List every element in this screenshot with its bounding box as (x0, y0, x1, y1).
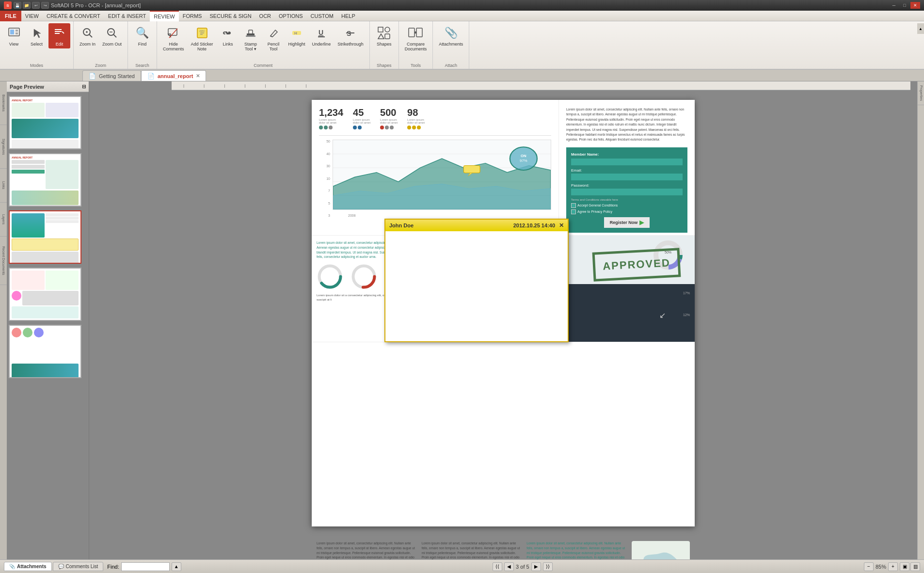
two-page-view-button[interactable]: ▥ (910, 562, 920, 571)
sidebar-recent-docs[interactable]: Recent Documents (0, 237, 7, 285)
page-thumb-5[interactable] (9, 325, 81, 378)
zoom-in-button[interactable]: Zoom In (77, 23, 98, 48)
page-thumb-2[interactable]: ANNUAL REPORT (9, 153, 81, 207)
form-accept-checkbox[interactable]: Accept General Conditions (571, 203, 683, 208)
svg-rect-3 (16, 32, 18, 34)
page-thumb-4[interactable] (9, 268, 81, 321)
zoom-level: 85% (876, 564, 886, 570)
view-button[interactable]: View (3, 23, 25, 48)
compare-documents-button[interactable]: CompareDocuments (402, 23, 430, 53)
svg-rect-6 (55, 33, 60, 34)
last-page-button[interactable]: ⟩⟩ (543, 562, 553, 571)
highlight-button[interactable]: H Highlight (286, 23, 308, 48)
view-icon (6, 25, 22, 41)
menu-edit[interactable]: EDIT & INSERT (104, 11, 150, 21)
form-panel: Member Name: Email: Password: Terms and … (566, 147, 687, 233)
main-layout: Bookmarks Signatures Links Layers Recent… (0, 81, 924, 559)
menu-create[interactable]: CREATE & CONVERT (43, 11, 104, 21)
status-left: 📎 Attachments 💬 Comments List Find: ▲ (4, 562, 181, 571)
svg-line-14 (113, 34, 116, 37)
maximize-button[interactable]: □ (900, 2, 909, 9)
underline-button[interactable]: U Underline (309, 23, 334, 48)
page-thumb-3[interactable] (9, 210, 81, 264)
form-privacy-checkbox[interactable]: Agree to Privacy Policy (571, 209, 683, 214)
select-label: Select (31, 42, 43, 47)
pencil-button[interactable]: PencilTool (263, 23, 285, 53)
tab-getting-started-icon: 📄 (89, 73, 96, 80)
right-vertical-sidebar: Properties (917, 81, 924, 559)
popup-body[interactable] (385, 231, 568, 239)
zoom-in-icon (80, 25, 96, 41)
menu-secure[interactable]: SECURE & SIGN (206, 11, 255, 21)
form-email-label: Email: (571, 168, 683, 173)
menu-ocr[interactable]: OCR (255, 11, 275, 21)
zoom-out-label: Zoom Out (102, 42, 122, 47)
zoom-in-small-button[interactable]: + (888, 562, 898, 571)
tab-getting-started[interactable]: 📄 Getting Started (82, 70, 141, 81)
menu-view[interactable]: VIEW (21, 11, 43, 21)
content-area[interactable]: | | | | | | | 1,234 Lorem i (89, 81, 917, 559)
form-member-input[interactable] (571, 159, 683, 165)
form-password-input[interactable] (571, 189, 683, 195)
next-page-button[interactable]: ▶ (531, 562, 541, 571)
ribbon-collapse-button[interactable]: ▲ (917, 23, 924, 34)
form-email-input[interactable] (571, 174, 683, 180)
menu-custom[interactable]: CUSTOM (307, 11, 337, 21)
shapes-group-label: Shapes (377, 62, 392, 68)
sidebar-links[interactable]: Links (0, 169, 7, 203)
zoom-out-button[interactable]: Zoom Out (99, 23, 125, 48)
menu-help[interactable]: HELP (337, 11, 359, 21)
menu-options[interactable]: OPTIONS (275, 11, 307, 21)
prev-page-button[interactable]: ◀ (504, 562, 514, 571)
svg-text:ABC: ABC (199, 30, 206, 32)
attach-label: Attach (445, 62, 457, 68)
hide-comments-button[interactable]: HideComments (160, 23, 187, 53)
attachments-tab[interactable]: 📎 Attachments (4, 562, 52, 571)
tab-annual-report[interactable]: 📄 annual_report ✕ (141, 70, 206, 81)
menu-review[interactable]: REVIEW (150, 11, 178, 21)
save-icon[interactable]: 💾 (14, 2, 21, 9)
find-prev-button[interactable]: ▲ (172, 562, 181, 571)
links-button[interactable]: Links (217, 23, 239, 48)
select-button[interactable]: Select (26, 23, 48, 48)
minimize-button[interactable]: ─ (889, 2, 899, 9)
single-page-view-button[interactable]: ▣ (900, 562, 909, 571)
first-page-button[interactable]: ⟨⟨ (493, 562, 502, 571)
comments-list-tab[interactable]: 💬 Comments List (53, 562, 104, 571)
popup-timestamp: 2012.10.25 14:40 (513, 223, 555, 228)
page-thumb-1[interactable]: ANNUAL REPORT (9, 96, 81, 149)
find-button[interactable]: 🔍 Find (131, 23, 153, 48)
svg-rect-34 (409, 28, 414, 37)
menu-forms[interactable]: FORMS (179, 11, 206, 21)
view-label: View (9, 42, 18, 47)
sidebar-layers[interactable]: Layers (0, 203, 7, 237)
sidebar-signatures[interactable]: Signatures (0, 125, 7, 169)
register-button[interactable]: Register Now ▶ (604, 217, 650, 228)
window-controls: ─ □ ✕ (889, 2, 920, 9)
ribbon-group-shapes: Shapes Shapes (370, 21, 399, 69)
stamp-tool-button[interactable]: StampTool ▾ (240, 23, 262, 53)
undo-icon[interactable]: ↩ (32, 2, 40, 9)
add-sticker-button[interactable]: ABC Add StickerNote (188, 23, 216, 53)
bottom-col-1: Lorem ipsum dolor sit amet, consectetur … (317, 541, 417, 559)
edit-button[interactable]: Edit (48, 23, 70, 48)
tab-close-icon[interactable]: ✕ (196, 73, 200, 79)
stat-98: 98 Lorem ipsumdolor sit amet (407, 107, 425, 129)
shapes-button[interactable]: Shapes (373, 23, 395, 48)
strikethrough-button[interactable]: S Strikethrough (335, 23, 366, 48)
shapes-icon (376, 25, 392, 41)
preview-collapse[interactable]: ⊟ (82, 84, 86, 89)
popup-close-button[interactable]: ✕ (559, 222, 564, 229)
open-icon[interactable]: 📁 (23, 2, 31, 9)
zoom-out-small-button[interactable]: − (864, 562, 874, 571)
find-input[interactable] (121, 562, 170, 571)
redo-icon[interactable]: ↪ (41, 2, 49, 9)
close-button[interactable]: ✕ (910, 2, 920, 9)
sidebar-bookmarks[interactable]: Bookmarks (0, 81, 7, 125)
preview-header: Page Preview ⊟ (7, 81, 89, 92)
attachments-button[interactable]: 📎 Attachments (436, 23, 466, 48)
svg-rect-31 (378, 27, 383, 32)
zoom-buttons: Zoom In Zoom Out (77, 23, 125, 62)
file-menu[interactable]: FILE (0, 11, 21, 21)
properties-tab[interactable]: Properties (918, 81, 924, 105)
